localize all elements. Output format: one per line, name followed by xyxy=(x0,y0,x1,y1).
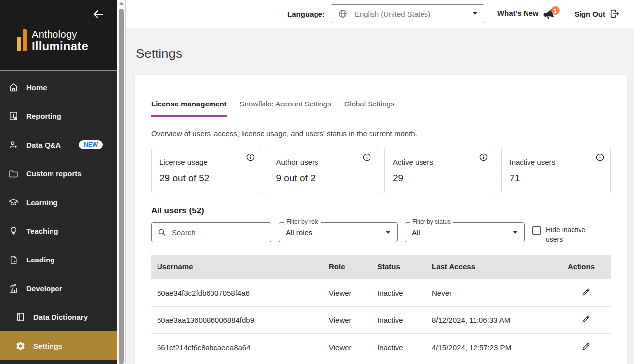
stat-label: Author users xyxy=(276,158,370,166)
folder-icon xyxy=(8,168,19,179)
vertical-scrollbar[interactable] xyxy=(117,0,126,364)
sidebar-item-teaching[interactable]: Teaching xyxy=(0,216,117,245)
all-users-heading: All users (52) xyxy=(151,206,611,216)
cell-last-access: 8/12/2024, 11:06:33 AM xyxy=(432,307,546,334)
cell-role: Viewer xyxy=(329,334,377,361)
stat-value: 29 xyxy=(393,173,486,184)
page-title: Settings xyxy=(136,46,627,61)
stat-value: 71 xyxy=(510,173,603,184)
language-globe-icon xyxy=(338,9,348,19)
anthology-illuminate-logo: Anthology Illuminate xyxy=(17,29,88,53)
hide-inactive-users-checkbox[interactable] xyxy=(532,226,541,235)
stat-card-active-users: Active users 29 xyxy=(384,148,494,193)
sidebar-item-label: Data Q&A xyxy=(26,141,61,149)
stat-value: 29 out of 52 xyxy=(159,173,253,184)
sidebar-item-settings[interactable]: Settings xyxy=(0,331,117,360)
notification-badge: 1 xyxy=(551,6,560,15)
search-icon xyxy=(158,228,166,237)
stat-cards: License usage 29 out of 52 Author users … xyxy=(151,148,611,193)
info-icon[interactable] xyxy=(479,153,488,162)
reporting-icon xyxy=(8,111,19,121)
filter-by-role-value: All roles xyxy=(286,228,312,237)
info-icon[interactable] xyxy=(246,153,255,162)
stat-value: 9 out of 2 xyxy=(276,173,370,184)
info-icon[interactable] xyxy=(595,153,605,162)
content-area: Settings License management Snowflake Ac… xyxy=(126,28,634,364)
sidebar-item-label: Settings xyxy=(33,342,62,350)
table-row: 661cf214cf6c8abcaeea8a64 Viewer Inactive… xyxy=(151,334,611,361)
column-header-actions: Actions xyxy=(546,255,611,279)
chevron-down-icon xyxy=(386,231,391,234)
sign-out-label: Sign Out xyxy=(575,10,606,18)
cell-status: Inactive xyxy=(377,334,432,361)
tab-snowflake-account-settings[interactable]: Snowflake Account Settings xyxy=(240,100,331,117)
sidebar-item-label: Leading xyxy=(26,256,55,264)
table-row: 60ae3aa1360086006884fdb9 Viewer Inactive… xyxy=(151,307,611,334)
filter-by-role-select[interactable]: Filter by role All roles xyxy=(279,222,398,242)
main-area: Language: English (United States) What's… xyxy=(126,0,634,364)
overview-description: Overview of users' access, license usage… xyxy=(151,129,611,138)
filter-toolbar: Filter by role All roles Filter by statu… xyxy=(151,222,611,244)
language-select[interactable]: English (United States) xyxy=(331,4,484,23)
cell-username: 60ae34f3c2fdb6007058f4a6 xyxy=(151,279,329,307)
sidebar-item-data-qa[interactable]: Data Q&A NEW xyxy=(0,130,117,159)
graduation-cap-icon xyxy=(8,197,19,208)
edit-user-button[interactable] xyxy=(581,342,591,351)
stat-label: License usage xyxy=(159,158,253,166)
sidebar-item-label: Learning xyxy=(26,198,57,207)
collapse-sidebar-button[interactable] xyxy=(92,8,105,21)
stat-card-license-usage: License usage 29 out of 52 xyxy=(151,148,261,193)
table-row: 60ae34f3c2fdb6007058f4a6 Viewer Inactive… xyxy=(151,279,611,307)
sidebar-item-label: Teaching xyxy=(26,227,58,235)
sidebar-item-learning[interactable]: Learning xyxy=(0,188,117,216)
sidebar-item-data-dictionary[interactable]: Data Dictionary xyxy=(0,303,117,331)
tab-global-settings[interactable]: Global Settings xyxy=(344,100,395,117)
filter-by-status-select[interactable]: Filter by status All xyxy=(405,222,525,242)
sidebar-menu: Home Reporting Data Q&A NEW Custom repor… xyxy=(0,71,117,360)
brand-name-line2: Illuminate xyxy=(32,39,88,53)
cell-username: 60ae3aa1360086006884fdb9 xyxy=(151,307,329,334)
sidebar-item-label: Reporting xyxy=(26,112,61,120)
sidebar-item-leading[interactable]: Leading xyxy=(0,245,117,274)
chevron-down-icon xyxy=(473,12,477,15)
search-box[interactable] xyxy=(151,222,271,242)
sign-out-button[interactable]: Sign Out xyxy=(575,8,621,19)
settings-tabs: License management Snowflake Account Set… xyxy=(151,100,611,117)
cell-username: 661cf214cf6c8abcaeea8a64 xyxy=(151,334,329,361)
cell-last-access: 4/15/2024, 12:57:23 PM xyxy=(432,334,546,361)
hide-inactive-users-control[interactable]: Hide inactive users xyxy=(532,222,591,244)
brand-name-line1: Anthology xyxy=(32,29,88,40)
sidebar-item-home[interactable]: Home xyxy=(0,73,117,102)
lightbulb-icon xyxy=(8,226,19,236)
tab-license-management[interactable]: License management xyxy=(151,100,227,117)
chart-trend-icon xyxy=(8,283,19,294)
sidebar-header: Anthology Illuminate xyxy=(0,0,117,71)
info-icon[interactable] xyxy=(362,153,371,162)
arrow-left-icon xyxy=(92,8,105,21)
stat-card-inactive-users: Inactive users 71 xyxy=(501,148,611,193)
document-star-icon xyxy=(8,255,19,265)
edit-user-button[interactable] xyxy=(581,287,591,297)
stat-label: Inactive users xyxy=(510,158,603,166)
search-input[interactable] xyxy=(172,228,265,237)
gear-icon xyxy=(15,341,26,351)
sidebar-item-developer[interactable]: Developer xyxy=(0,274,117,303)
whats-new-button[interactable]: What's New 1 xyxy=(497,7,560,20)
sidebar-item-label: Custom reports xyxy=(26,169,82,178)
edit-user-button[interactable] xyxy=(581,314,591,324)
cell-status: Inactive xyxy=(377,307,432,334)
sidebar-item-custom-reports[interactable]: Custom reports xyxy=(0,159,117,188)
language-label: Language: xyxy=(287,10,325,18)
stat-card-author-users: Author users 9 out of 2 xyxy=(268,148,378,193)
column-header-username: Username xyxy=(151,255,329,279)
data-qa-icon xyxy=(8,140,19,150)
sidebar: Anthology Illuminate Home Reporting Data… xyxy=(0,0,117,364)
sidebar-item-reporting[interactable]: Reporting xyxy=(0,102,117,130)
scrollbar-thumb[interactable] xyxy=(119,9,124,364)
hide-inactive-users-label: Hide inactive users xyxy=(546,225,591,244)
users-table: Username Role Status Last Access Actions… xyxy=(151,255,611,362)
whats-new-label: What's New xyxy=(497,9,539,17)
sidebar-item-label: Home xyxy=(26,83,47,92)
scrollbar-up-icon[interactable] xyxy=(117,2,125,5)
sidebar-item-label: Data Dictionary xyxy=(33,313,88,321)
